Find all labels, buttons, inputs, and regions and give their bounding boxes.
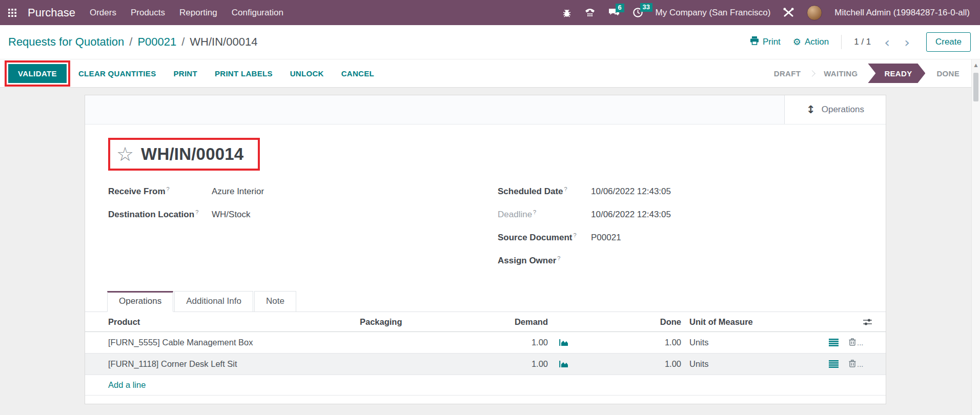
forecast-chart-icon[interactable] — [548, 360, 577, 368]
print-button[interactable]: Print — [750, 36, 781, 48]
field-scheduled-date: Scheduled Date? 10/06/2022 12:43:05 — [498, 186, 886, 209]
messages-icon[interactable]: 6 — [608, 8, 620, 18]
breadcrumb: Requests for Quotation / P00021 / WH/IN/… — [8, 35, 257, 49]
detailed-operations-icon[interactable] — [818, 339, 849, 346]
stage-waiting[interactable]: WAITING — [821, 69, 861, 78]
breadcrumb-separator: / — [129, 35, 132, 49]
breadcrumb-requests-for-quotation[interactable]: Requests for Quotation — [8, 35, 124, 49]
print-action-button[interactable]: PRINT — [173, 69, 197, 78]
favorite-star-icon[interactable]: ☆ — [116, 144, 134, 164]
nav-item-configuration[interactable]: Configuration — [232, 8, 283, 18]
delete-row-icon[interactable] — [849, 338, 856, 347]
breadcrumb-current: WH/IN/00014 — [190, 35, 257, 49]
demand-cell: 1.00 — [480, 338, 548, 347]
company-switcher[interactable]: My Company (San Francisco) — [656, 8, 771, 18]
app-name[interactable]: Purchase — [28, 6, 75, 19]
print-label: Print — [763, 37, 781, 47]
help-marker: ? — [195, 209, 198, 215]
field-label: Scheduled Date — [498, 186, 563, 196]
validate-button[interactable]: VALIDATE — [8, 64, 67, 83]
operations-stat-button[interactable]: ↕ Operations — [784, 95, 886, 124]
phone-icon[interactable] — [584, 8, 596, 18]
pager-previous-icon[interactable]: ‹ — [883, 35, 891, 49]
product-cell: [FURN_5555] Cable Management Box — [108, 338, 360, 347]
statusbar-button-row: VALIDATE CLEAR QUANTITIES PRINT PRINT LA… — [0, 59, 980, 88]
annotation-box-validate: VALIDATE — [5, 60, 70, 87]
help-marker: ? — [167, 186, 170, 192]
nav-item-orders[interactable]: Orders — [90, 8, 116, 18]
scroll-up-arrow-icon[interactable]: ▲ — [972, 59, 980, 68]
activities-clock-icon[interactable]: 33 — [632, 7, 643, 18]
operations-stat-label: Operations — [822, 105, 864, 115]
add-a-line-link[interactable]: Add a line — [108, 380, 146, 390]
field-deadline: Deadline? 10/06/2022 12:43:05 — [498, 209, 886, 232]
product-cell: [FURN_1118] Corner Desk Left Sit — [108, 359, 360, 369]
column-uom: Unit of Measure — [681, 317, 818, 327]
column-product: Product — [108, 317, 360, 327]
divider — [841, 35, 842, 49]
column-done: Done — [577, 317, 681, 327]
table-row[interactable]: [FURN_1118] Corner Desk Left Sit 1.00 1.… — [85, 354, 886, 375]
column-packaging: Packaging — [360, 317, 480, 327]
stage-draft[interactable]: DRAFT — [771, 69, 804, 78]
breadcrumb-separator: / — [181, 35, 185, 49]
create-button[interactable]: Create — [926, 32, 971, 52]
detailed-operations-icon[interactable] — [818, 360, 849, 368]
gear-icon: ⚙ — [793, 37, 801, 47]
table-row[interactable]: [FURN_5555] Cable Management Box 1.00 1.… — [85, 332, 886, 354]
uom-cell: Units — [681, 359, 818, 369]
deadline-value: 10/06/2022 12:43:05 — [591, 210, 671, 220]
apps-grid-icon[interactable] — [8, 9, 16, 17]
field-destination-location: Destination Location? WH/Stock — [108, 209, 498, 232]
tab-additional-info[interactable]: Additional Info — [174, 291, 253, 312]
help-marker: ? — [533, 209, 536, 215]
tab-note[interactable]: Note — [254, 291, 296, 312]
button-box-band: ↕ Operations — [85, 95, 886, 125]
tab-operations[interactable]: Operations — [107, 291, 173, 312]
breadcrumb-p00021[interactable]: P00021 — [137, 35, 176, 49]
delete-row-icon[interactable] — [849, 359, 856, 369]
top-navbar: Purchase Orders Products Reporting Confi… — [0, 0, 980, 25]
vertical-scrollbar[interactable]: ▲ — [971, 59, 980, 415]
source-document-value[interactable]: P00021 — [591, 233, 621, 243]
uom-cell: Units — [681, 338, 818, 347]
scrollbar-thumb[interactable] — [973, 73, 978, 101]
destination-location-value[interactable]: WH/Stock — [212, 210, 251, 220]
scheduled-date-value[interactable]: 10/06/2022 12:43:05 — [591, 186, 671, 197]
user-avatar[interactable] — [807, 5, 822, 20]
field-source-document: Source Document? P00021 — [498, 232, 886, 255]
nav-item-products[interactable]: Products — [131, 8, 165, 18]
help-marker: ? — [573, 232, 576, 238]
done-cell: 1.00 — [577, 359, 681, 369]
action-button[interactable]: ⚙ Action — [793, 37, 829, 47]
row-more-ellipsis: ... — [857, 360, 864, 368]
operations-table-header: Product Packaging Demand Done Unit of Me… — [85, 312, 886, 332]
bug-icon[interactable] — [562, 8, 572, 18]
field-label: Deadline — [498, 210, 532, 219]
print-labels-button[interactable]: PRINT LABELS — [215, 69, 273, 78]
clear-quantities-button[interactable]: CLEAR QUANTITIES — [78, 69, 156, 78]
field-label: Receive From — [108, 186, 166, 196]
cancel-button[interactable]: CANCEL — [341, 69, 374, 78]
optional-columns-icon[interactable] — [849, 318, 886, 326]
annotation-box-title: ☆ WH/IN/00014 — [108, 138, 260, 171]
user-menu[interactable]: Mitchell Admin (19984287-16-0-all) — [834, 8, 970, 18]
field-group: Receive From? Azure Interior Destination… — [108, 186, 886, 278]
tools-icon[interactable] — [783, 7, 794, 18]
row-more-ellipsis: ... — [857, 338, 864, 347]
stage-ready-active[interactable]: READY — [868, 64, 925, 83]
messages-count-badge: 6 — [616, 4, 624, 12]
help-marker: ? — [564, 186, 567, 192]
field-receive-from: Receive From? Azure Interior — [108, 186, 498, 209]
stage-done[interactable]: DONE — [929, 69, 963, 78]
forecast-chart-icon[interactable] — [548, 339, 577, 346]
control-panel: Requests for Quotation / P00021 / WH/IN/… — [0, 25, 980, 59]
receive-from-value[interactable]: Azure Interior — [212, 186, 264, 197]
field-label: Source Document — [498, 233, 572, 242]
record-sheet: ↕ Operations ☆ WH/IN/00014 Receive From?… — [85, 95, 886, 404]
nav-item-reporting[interactable]: Reporting — [179, 8, 217, 18]
pager-next-icon[interactable]: › — [903, 35, 911, 49]
unlock-button[interactable]: UNLOCK — [290, 69, 324, 78]
up-down-arrow-icon: ↕ — [806, 105, 815, 115]
printer-icon — [750, 36, 759, 48]
